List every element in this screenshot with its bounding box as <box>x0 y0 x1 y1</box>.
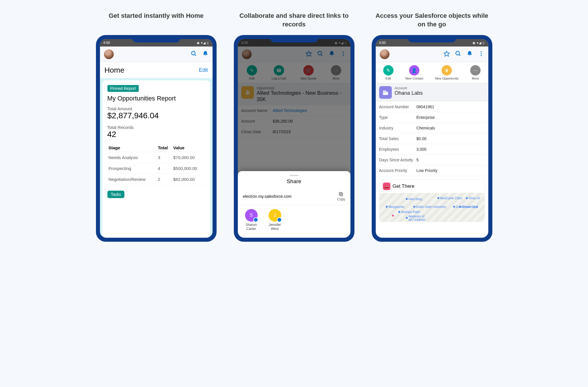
action-new-contact[interactable]: 👤New Contact <box>405 65 423 80</box>
action-new-opportunity[interactable]: ♛New Opportunity <box>435 65 458 80</box>
share-sheet: Share electron.my.salesforce.com Copy S … <box>238 171 350 238</box>
star-icon[interactable] <box>444 51 450 58</box>
svg-point-31 <box>453 206 455 208</box>
caption-3: Access your Salesforce objects while on … <box>372 11 492 29</box>
svg-point-22 <box>406 198 408 200</box>
svg-marker-10 <box>444 51 449 56</box>
detail-row: TypeEnterprise <box>376 112 488 123</box>
search-icon[interactable] <box>455 51 461 58</box>
status-icons: ◉ ▾◢ ▯ <box>473 41 485 45</box>
avatar[interactable] <box>104 49 114 59</box>
share-contact[interactable]: S Sharon Carter <box>243 209 260 231</box>
share-title: Share <box>238 178 350 185</box>
map-preview[interactable]: Hart Bnrg MedCprte Cldrn Vlrea Or Mongou… <box>379 193 485 222</box>
record-header: Account Ohana Labs <box>376 83 488 102</box>
detail-row: Account Number08041961 <box>376 102 488 112</box>
svg-line-1 <box>194 55 196 56</box>
bell-icon[interactable] <box>202 51 209 58</box>
total-records-label: Total Records <box>107 125 205 130</box>
tasks-tag[interactable]: Tasks <box>107 191 125 198</box>
caption-2: Collaborate and share direct links to re… <box>234 11 354 29</box>
svg-rect-17 <box>386 92 388 95</box>
svg-rect-9 <box>339 192 342 195</box>
report-title: My Opportunities Report <box>107 95 205 102</box>
contact-name: Jennifer West <box>267 223 283 231</box>
svg-point-15 <box>481 55 482 56</box>
record-type: Account <box>395 86 423 90</box>
search-icon[interactable] <box>191 51 197 58</box>
action-edit[interactable]: ✎Edit <box>383 65 394 80</box>
detail-row: Employees3,000 <box>376 144 488 155</box>
svg-point-26 <box>413 206 415 208</box>
col-total: Total <box>157 144 172 152</box>
app-bar <box>376 47 488 62</box>
svg-point-13 <box>481 51 482 53</box>
svg-point-0 <box>191 51 195 55</box>
svg-point-30 <box>406 217 408 219</box>
avatar[interactable] <box>380 49 390 59</box>
status-time: 4:00 <box>379 41 386 45</box>
get-there-label: Get There <box>393 183 415 189</box>
action-more[interactable]: ⋯More <box>470 65 481 80</box>
svg-point-14 <box>481 53 482 54</box>
pinned-report-tag: Pinned Report <box>107 85 139 92</box>
total-amount-label: Total Amount <box>107 106 205 111</box>
app-bar <box>100 47 213 62</box>
copy-label: Copy <box>337 197 345 201</box>
share-url: electron.my.salesforce.com <box>243 194 292 199</box>
account-icon <box>379 86 392 99</box>
svg-rect-16 <box>383 91 386 95</box>
svg-point-24 <box>466 197 468 199</box>
detail-row: Account PriorityLow Priority <box>376 165 488 176</box>
action-row: ✎Edit 👤New Contact ♛New Opportunity ⋯Mor… <box>376 62 488 83</box>
status-icons: ◉ ▾◢ ▯ <box>197 41 209 45</box>
phone-frame-2: 4:00 ◉ ▾◢ ▯ ✎Edit ☎Log a Call 🛒New Quo <box>234 35 354 242</box>
svg-point-29 <box>392 215 394 216</box>
more-icon[interactable] <box>478 51 484 58</box>
edit-link[interactable]: Edit <box>199 67 208 73</box>
svg-point-11 <box>456 51 459 55</box>
table-row: Negotiation/Review2$82,000.00 <box>107 174 205 185</box>
contact-name: Sharon Carter <box>243 223 260 231</box>
table-row: Prospecting4$500,000.00 <box>107 163 205 174</box>
svg-point-25 <box>386 206 387 208</box>
sheet-grab-handle[interactable] <box>290 175 299 176</box>
copy-button[interactable]: Copy <box>337 191 345 201</box>
share-contact[interactable]: J Jennifer West <box>267 209 283 231</box>
stage-table: Stage Total Value Needs Analysis3$70,000… <box>107 144 205 185</box>
col-stage: Stage <box>107 144 157 152</box>
col-value: Value <box>172 144 205 152</box>
svg-point-28 <box>398 211 400 213</box>
phone-frame-3: 4:00 ◉ ▾◢ ▯ ✎Edit 👤New Contact ♛New Op <box>372 35 492 242</box>
table-row: Needs Analysis3$70,000.00 <box>107 152 205 163</box>
svg-rect-8 <box>340 193 343 196</box>
caption-1: Get started instantly with Home <box>96 11 217 29</box>
detail-row: IndustryChemicals <box>376 123 488 133</box>
svg-rect-18 <box>383 91 384 92</box>
detail-row: Days Since Activity5 <box>376 155 488 165</box>
bell-icon[interactable] <box>466 51 473 58</box>
get-there-card[interactable]: 🚗 Get There Hart Bnrg MedCprte Cldrn Vlr… <box>379 179 485 222</box>
phone-frame-1: 4:00 ◉ ▾◢ ▯ Home Edit Pinned Repor <box>96 35 217 242</box>
page-title: Home <box>105 66 124 75</box>
message-badge-icon <box>253 217 258 222</box>
svg-point-23 <box>437 197 439 199</box>
message-badge-icon <box>277 217 282 222</box>
detail-row: Total Sales$0.00 <box>376 133 488 144</box>
status-time: 4:00 <box>103 41 110 45</box>
car-icon: 🚗 <box>383 183 390 190</box>
total-records-value: 42 <box>107 130 205 139</box>
svg-rect-19 <box>385 91 385 92</box>
total-amount-value: $2,877,946.04 <box>107 111 205 120</box>
record-title: Ohana Labs <box>395 90 423 96</box>
svg-line-12 <box>459 55 460 56</box>
report-card: Pinned Report My Opportunities Report To… <box>102 80 210 238</box>
svg-rect-21 <box>385 92 385 93</box>
svg-rect-20 <box>383 92 384 93</box>
